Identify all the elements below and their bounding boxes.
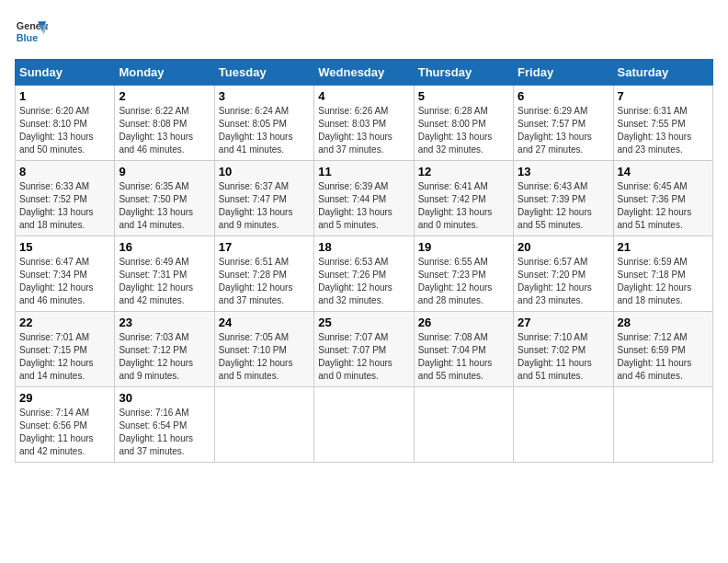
day-cell: 2 Sunrise: 6:22 AM Sunset: 8:08 PM Dayli…: [115, 86, 214, 161]
day-info: Sunrise: 7:12 AM Sunset: 6:59 PM Dayligh…: [618, 331, 709, 383]
day-info: Sunrise: 6:43 AM Sunset: 7:39 PM Dayligh…: [518, 180, 609, 232]
svg-text:Blue: Blue: [17, 32, 38, 43]
day-cell: [514, 387, 613, 463]
day-cell: [414, 387, 513, 463]
day-number: 29: [19, 391, 110, 405]
day-cell: 11 Sunrise: 6:39 AM Sunset: 7:44 PM Dayl…: [314, 161, 414, 236]
day-number: 13: [518, 165, 609, 178]
day-number: 15: [19, 240, 110, 254]
day-number: 18: [318, 240, 409, 254]
day-cell: 10 Sunrise: 6:37 AM Sunset: 7:47 PM Dayl…: [214, 161, 313, 236]
day-cell: 12 Sunrise: 6:41 AM Sunset: 7:42 PM Dayl…: [414, 161, 513, 236]
logo-icon: General Blue: [15, 15, 48, 48]
day-info: Sunrise: 6:45 AM Sunset: 7:36 PM Dayligh…: [618, 180, 709, 232]
day-info: Sunrise: 6:35 AM Sunset: 7:50 PM Dayligh…: [119, 180, 210, 232]
day-cell: [214, 387, 313, 463]
day-cell: 3 Sunrise: 6:24 AM Sunset: 8:05 PM Dayli…: [214, 86, 313, 161]
day-info: Sunrise: 6:49 AM Sunset: 7:31 PM Dayligh…: [119, 256, 210, 307]
day-info: Sunrise: 6:28 AM Sunset: 8:00 PM Dayligh…: [418, 105, 509, 156]
day-info: Sunrise: 6:55 AM Sunset: 7:23 PM Dayligh…: [418, 256, 509, 307]
day-cell: 22 Sunrise: 7:01 AM Sunset: 7:15 PM Dayl…: [16, 312, 115, 387]
day-info: Sunrise: 7:07 AM Sunset: 7:07 PM Dayligh…: [318, 331, 409, 383]
day-number: 8: [19, 165, 110, 178]
week-row-1: 1 Sunrise: 6:20 AM Sunset: 8:10 PM Dayli…: [16, 86, 713, 161]
day-number: 25: [318, 316, 409, 329]
day-number: 21: [618, 240, 709, 254]
header-row: SundayMondayTuesdayWednesdayThursdayFrid…: [16, 60, 713, 86]
day-number: 9: [119, 165, 210, 178]
day-info: Sunrise: 6:41 AM Sunset: 7:42 PM Dayligh…: [418, 180, 509, 232]
day-info: Sunrise: 6:53 AM Sunset: 7:26 PM Dayligh…: [318, 256, 409, 307]
day-number: 26: [418, 316, 509, 329]
day-number: 24: [219, 316, 310, 329]
day-number: 17: [219, 240, 310, 254]
day-cell: 7 Sunrise: 6:31 AM Sunset: 7:55 PM Dayli…: [613, 86, 712, 161]
logo: General Blue: [15, 15, 48, 48]
day-cell: [613, 387, 712, 463]
day-info: Sunrise: 6:26 AM Sunset: 8:03 PM Dayligh…: [318, 105, 409, 156]
day-info: Sunrise: 7:14 AM Sunset: 6:56 PM Dayligh…: [19, 407, 110, 458]
day-info: Sunrise: 7:10 AM Sunset: 7:02 PM Dayligh…: [518, 331, 609, 383]
day-info: Sunrise: 7:16 AM Sunset: 6:54 PM Dayligh…: [119, 407, 210, 458]
day-number: 2: [119, 89, 210, 103]
day-info: Sunrise: 6:33 AM Sunset: 7:52 PM Dayligh…: [19, 180, 110, 232]
week-row-5: 29 Sunrise: 7:14 AM Sunset: 6:56 PM Dayl…: [16, 387, 713, 463]
day-info: Sunrise: 6:39 AM Sunset: 7:44 PM Dayligh…: [318, 180, 409, 232]
day-number: 23: [119, 316, 210, 329]
day-info: Sunrise: 6:37 AM Sunset: 7:47 PM Dayligh…: [219, 180, 310, 232]
day-cell: 18 Sunrise: 6:53 AM Sunset: 7:26 PM Dayl…: [314, 236, 414, 312]
day-cell: 27 Sunrise: 7:10 AM Sunset: 7:02 PM Dayl…: [514, 312, 613, 387]
week-row-3: 15 Sunrise: 6:47 AM Sunset: 7:34 PM Dayl…: [16, 236, 713, 312]
day-cell: 20 Sunrise: 6:57 AM Sunset: 7:20 PM Dayl…: [514, 236, 613, 312]
day-cell: [314, 387, 414, 463]
day-number: 20: [518, 240, 609, 254]
week-row-4: 22 Sunrise: 7:01 AM Sunset: 7:15 PM Dayl…: [16, 312, 713, 387]
day-cell: 9 Sunrise: 6:35 AM Sunset: 7:50 PM Dayli…: [115, 161, 214, 236]
day-cell: 15 Sunrise: 6:47 AM Sunset: 7:34 PM Dayl…: [16, 236, 115, 312]
day-info: Sunrise: 7:05 AM Sunset: 7:10 PM Dayligh…: [219, 331, 310, 383]
page-header: General Blue: [15, 15, 713, 48]
day-number: 11: [318, 165, 409, 178]
day-number: 6: [518, 89, 609, 103]
calendar-table: SundayMondayTuesdayWednesdayThursdayFrid…: [15, 59, 713, 463]
day-cell: 25 Sunrise: 7:07 AM Sunset: 7:07 PM Dayl…: [314, 312, 414, 387]
header-day-tuesday: Tuesday: [214, 60, 313, 86]
day-info: Sunrise: 6:22 AM Sunset: 8:08 PM Dayligh…: [119, 105, 210, 156]
day-cell: 29 Sunrise: 7:14 AM Sunset: 6:56 PM Dayl…: [16, 387, 115, 463]
day-info: Sunrise: 6:31 AM Sunset: 7:55 PM Dayligh…: [618, 105, 709, 156]
day-info: Sunrise: 6:24 AM Sunset: 8:05 PM Dayligh…: [219, 105, 310, 156]
day-number: 4: [318, 89, 409, 103]
day-info: Sunrise: 6:51 AM Sunset: 7:28 PM Dayligh…: [219, 256, 310, 307]
day-cell: 23 Sunrise: 7:03 AM Sunset: 7:12 PM Dayl…: [115, 312, 214, 387]
day-info: Sunrise: 6:20 AM Sunset: 8:10 PM Dayligh…: [19, 105, 110, 156]
day-number: 5: [418, 89, 509, 103]
header-day-saturday: Saturday: [613, 60, 712, 86]
header-day-wednesday: Wednesday: [314, 60, 414, 86]
day-number: 28: [618, 316, 709, 329]
day-number: 10: [219, 165, 310, 178]
day-cell: 28 Sunrise: 7:12 AM Sunset: 6:59 PM Dayl…: [613, 312, 712, 387]
day-cell: 16 Sunrise: 6:49 AM Sunset: 7:31 PM Dayl…: [115, 236, 214, 312]
day-number: 19: [418, 240, 509, 254]
day-info: Sunrise: 7:01 AM Sunset: 7:15 PM Dayligh…: [19, 331, 110, 383]
day-info: Sunrise: 6:57 AM Sunset: 7:20 PM Dayligh…: [518, 256, 609, 307]
day-cell: 6 Sunrise: 6:29 AM Sunset: 7:57 PM Dayli…: [514, 86, 613, 161]
day-cell: 24 Sunrise: 7:05 AM Sunset: 7:10 PM Dayl…: [214, 312, 313, 387]
day-info: Sunrise: 7:08 AM Sunset: 7:04 PM Dayligh…: [418, 331, 509, 383]
day-cell: 26 Sunrise: 7:08 AM Sunset: 7:04 PM Dayl…: [414, 312, 513, 387]
day-number: 22: [19, 316, 110, 329]
day-cell: 19 Sunrise: 6:55 AM Sunset: 7:23 PM Dayl…: [414, 236, 513, 312]
day-number: 1: [19, 89, 110, 103]
day-number: 27: [518, 316, 609, 329]
day-number: 16: [119, 240, 210, 254]
day-cell: 5 Sunrise: 6:28 AM Sunset: 8:00 PM Dayli…: [414, 86, 513, 161]
header-day-monday: Monday: [115, 60, 214, 86]
day-cell: 8 Sunrise: 6:33 AM Sunset: 7:52 PM Dayli…: [16, 161, 115, 236]
day-cell: 1 Sunrise: 6:20 AM Sunset: 8:10 PM Dayli…: [16, 86, 115, 161]
day-number: 12: [418, 165, 509, 178]
day-cell: 21 Sunrise: 6:59 AM Sunset: 7:18 PM Dayl…: [613, 236, 712, 312]
day-number: 14: [618, 165, 709, 178]
day-cell: 14 Sunrise: 6:45 AM Sunset: 7:36 PM Dayl…: [613, 161, 712, 236]
day-number: 30: [119, 391, 210, 405]
day-number: 7: [618, 89, 709, 103]
